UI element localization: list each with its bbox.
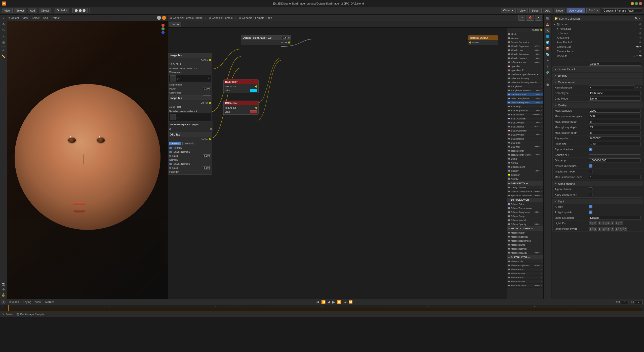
octane-expand-18[interactable]: + — [541, 105, 542, 108]
add-btn[interactable]: Add — [28, 8, 37, 13]
max-subdivision-value[interactable]: 10 — [589, 175, 641, 179]
osl-enablenormalb2-check[interactable] — [169, 163, 172, 165]
viewport-canvas[interactable] — [7, 21, 168, 299]
octane-expand-16[interactable]: + — [541, 97, 542, 100]
osl-tex-node[interactable]: OSL Tex OutTex Internal External NormalB — [168, 132, 212, 175]
render-properties-icon[interactable]: 🎬 — [545, 16, 550, 21]
snap-icon[interactable]: 🔒 — [1, 292, 6, 298]
loop-icon[interactable]: 🔁 — [349, 300, 353, 304]
ray-epsilon-value[interactable]: 0.000001 — [589, 136, 641, 140]
octane-expand-0[interactable]: + — [541, 33, 542, 35]
rgb-color-1-node[interactable]: RGB color Texture out Value — [223, 79, 259, 93]
rgb1-color-swatch[interactable] — [250, 89, 257, 92]
octane-expand-34[interactable]: + — [541, 170, 542, 172]
octane-expand-62[interactable]: + — [541, 284, 542, 287]
octane-expand-29[interactable]: + — [541, 150, 542, 152]
play-icon[interactable]: ▶ — [332, 300, 335, 304]
x-axis-gizmo[interactable] — [162, 24, 165, 27]
nested-dielectrics-checkbox[interactable] — [589, 164, 592, 168]
viewport-view-label[interactable]: ▾ Object — [9, 16, 19, 20]
octane-expand-27[interactable]: + — [541, 142, 542, 144]
alpha-shadows-checkbox[interactable] — [589, 148, 592, 151]
scene-item-daz7em[interactable]: DAZ7EM 🔺 👁 📷 — [553, 54, 642, 58]
osl-normalb-check[interactable] — [169, 147, 172, 149]
measure-icon[interactable]: 📏 — [1, 54, 6, 59]
octane-expand-21[interactable]: + — [541, 117, 542, 120]
octane-expand-33[interactable]: + — [541, 166, 542, 168]
octane-expand-44[interactable]: + — [541, 211, 542, 213]
z-axis-gizmo[interactable] — [162, 31, 165, 34]
scene-properties-icon[interactable]: 🌐 — [545, 34, 550, 39]
osl-mask2-value[interactable]: 0.500 — [203, 166, 211, 169]
octane-expand-10[interactable]: + — [541, 73, 542, 76]
octane-expand-9[interactable]: + — [541, 69, 542, 72]
img1-reload-icon[interactable]: ↻ — [208, 77, 210, 80]
node-canvas[interactable]: Material Output OutTex Octane_SkinShader… — [168, 28, 543, 299]
octane-expand-35[interactable]: + — [541, 174, 542, 176]
next-frame-icon[interactable]: ⏩ — [337, 300, 341, 304]
node-object-btn[interactable]: Object ▾ — [501, 8, 516, 13]
surface-eye[interactable]: 👁 — [639, 32, 641, 35]
node-pin-btn[interactable]: 📌 — [526, 15, 534, 21]
octane-expand-15[interactable]: + — [541, 93, 542, 96]
octane-expand-36[interactable]: + — [541, 178, 542, 180]
ll-5[interactable]: 5 — [589, 227, 593, 231]
solid-mode-icon[interactable]: ● — [157, 16, 161, 20]
areafront-eye[interactable]: 👁 — [639, 36, 641, 39]
octane-value-input[interactable]: 12 — [282, 36, 287, 39]
render-settings-icon[interactable]: 🔧 — [545, 28, 550, 33]
cameradaz-icon1[interactable]: 📷 — [636, 46, 639, 48]
current-frame-marker[interactable] — [8, 305, 9, 311]
output-properties-icon[interactable]: 📤 — [545, 22, 550, 27]
kernel-presets-remove[interactable]: - — [640, 86, 641, 89]
diffuse-file-node[interactable]: diffusefacemspb_1001.png.001 — [168, 122, 213, 132]
slot-btn[interactable]: Slot 1 ▾ — [586, 8, 600, 13]
light-id-1[interactable]: 1 — [598, 222, 601, 225]
octane-expand-26[interactable]: + — [541, 138, 542, 140]
ai-light-checkbox[interactable] — [589, 205, 592, 208]
simplify-header[interactable]: ▶ Simplify — [553, 73, 643, 78]
ll-6[interactable]: 6 — [619, 227, 623, 231]
octane-expand-1[interactable]: + — [541, 37, 542, 39]
octane-expand-46[interactable]: + — [541, 219, 542, 222]
kernel-type-value[interactable]: Path trace — [589, 91, 641, 95]
overlay-icon[interactable]: ⊕ — [1, 287, 6, 292]
light-id-2[interactable]: 2 — [602, 222, 606, 225]
minimize-button[interactable] — [631, 2, 634, 5]
img1-filename[interactable]: gifb... — [177, 77, 182, 80]
alpha-channel-header[interactable]: ▼ Alpha channel — [553, 181, 643, 186]
viewport-object-menu[interactable]: Object — [52, 16, 60, 19]
octane-expand-42[interactable]: + — [541, 203, 542, 205]
daz7em-icon1[interactable]: 🔺 — [633, 55, 635, 57]
viewport-add-label[interactable]: Select — [32, 16, 40, 19]
scene-eye-icon[interactable]: 👁 — [639, 23, 641, 26]
end-frame-input[interactable]: 7 — [635, 300, 642, 304]
filter-size-value[interactable]: 1.20 — [589, 142, 641, 146]
keying-label[interactable]: Keying — [23, 300, 31, 303]
octane-expand-14[interactable]: + — [541, 89, 542, 92]
octane-expand-20[interactable]: + — [541, 113, 542, 116]
node-node-btn[interactable]: Node — [554, 8, 565, 13]
gi-clamp-value[interactable]: 1000000.000 — [589, 158, 641, 162]
material-output-node[interactable]: Material Output OutTex — [468, 35, 498, 45]
octane-expand-25[interactable]: + — [541, 134, 542, 136]
max-preview-value[interactable]: 500 — [589, 114, 641, 118]
img2-filename[interactable]: gifb... — [177, 116, 182, 118]
octane-expand-icon[interactable]: ⊕ — [288, 36, 290, 39]
kernel-presets-value[interactable]: ▾ — [589, 85, 634, 89]
physics-icon[interactable]: ⚛ — [545, 64, 550, 69]
viewport-object-label[interactable]: Add — [43, 16, 48, 19]
scene-item-camerafocus[interactable]: Camera.Focus 👁 — [553, 49, 642, 54]
modifiers-icon[interactable]: 🔩 — [545, 52, 550, 57]
octane-kernel-header[interactable]: ▼ Octane kernel — [553, 80, 643, 85]
octane-expand-4[interactable]: + — [541, 49, 542, 52]
rgb-color-2-node[interactable]: RGB color Texture out Value — [223, 101, 259, 115]
octane-expand-30[interactable]: + — [541, 154, 542, 156]
octane-expand-23[interactable]: + — [541, 125, 542, 128]
octane-expand-59[interactable]: + — [541, 272, 542, 275]
collection-search-icon[interactable]: 🔍 — [635, 17, 638, 20]
global-dropdown[interactable]: Global ▾ — [55, 8, 69, 13]
breadcrumb-female[interactable]: ▦ Genesis8Female — [209, 16, 233, 19]
light-id-7[interactable]: 7 — [619, 222, 623, 225]
octane-expand-60[interactable]: + — [541, 276, 542, 279]
